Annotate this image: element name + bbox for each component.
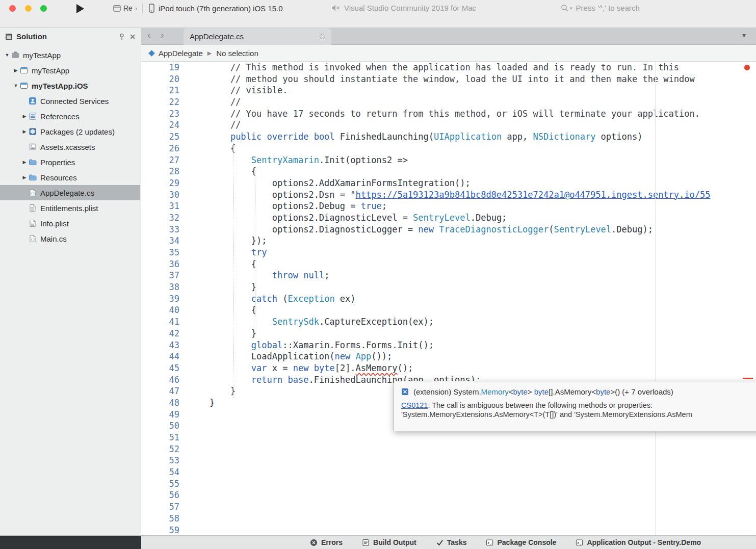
line-number[interactable]: 46 [141, 374, 179, 386]
navigate-back-button[interactable]: ‹ [147, 29, 151, 41]
pad-button-application-output-sentry-demo[interactable]: Application Output - Sentry.Demo [576, 538, 701, 546]
code-line-text[interactable]: } [179, 397, 215, 409]
code-line-text[interactable]: SentrySdk.CaptureException(ex); [179, 316, 434, 328]
pad-button-tasks[interactable]: Tasks [436, 538, 467, 546]
line-number[interactable]: 36 [141, 258, 179, 270]
code-line-text[interactable]: }); [179, 235, 267, 247]
code-line-text[interactable] [179, 420, 189, 432]
code-line-text[interactable] [179, 455, 189, 466]
line-number[interactable]: 58 [141, 513, 179, 525]
minimize-window-button[interactable] [25, 5, 32, 12]
line-number[interactable]: 33 [141, 224, 179, 236]
line-number[interactable]: 29 [141, 177, 179, 189]
sidebar-item-properties[interactable]: ▶Properties [0, 154, 140, 170]
line-number[interactable]: 39 [141, 293, 179, 305]
code-line-text[interactable]: // visible. [179, 85, 288, 96]
sidebar-item-references[interactable]: ▶References [0, 109, 140, 124]
code-line-text[interactable]: catch (Exception ex) [179, 293, 356, 305]
code-line-text[interactable] [179, 478, 189, 490]
sidebar-item-packages-2-updates-[interactable]: ▶Packages (2 updates) [0, 124, 140, 139]
line-number[interactable]: 44 [141, 351, 179, 362]
sidebar-item-mytestapp[interactable]: ▶myTestApp [0, 63, 140, 78]
line-number[interactable]: 45 [141, 362, 179, 374]
line-number[interactable]: 35 [141, 247, 179, 258]
line-number[interactable]: 59 [141, 525, 179, 536]
line-number[interactable]: 32 [141, 212, 179, 224]
code-line-text[interactable]: try [179, 247, 267, 258]
code-line-text[interactable]: { [179, 304, 256, 316]
sidebar-item-entitlements-plist[interactable]: Entitlements.plist [0, 200, 140, 216]
line-number[interactable]: 19 [141, 62, 179, 73]
close-window-button[interactable] [9, 5, 16, 12]
line-number[interactable]: 25 [141, 131, 179, 143]
code-line-text[interactable] [179, 432, 189, 443]
disclosure-right-icon[interactable]: ▶ [20, 114, 29, 119]
line-number[interactable]: 51 [141, 432, 179, 443]
line-number[interactable]: 57 [141, 501, 179, 513]
pad-button-errors[interactable]: Errors [310, 538, 343, 546]
sidebar-item-info-plist[interactable]: Info.plist [0, 216, 140, 231]
line-number[interactable]: 28 [141, 166, 179, 177]
code-line-text[interactable]: // You have 17 seconds to return from th… [179, 108, 700, 120]
line-number[interactable]: 20 [141, 73, 179, 85]
disclosure-down-icon[interactable]: ▼ [12, 83, 20, 88]
line-number[interactable]: 27 [141, 154, 179, 166]
line-number[interactable]: 49 [141, 409, 179, 421]
sidebar-item-resources[interactable]: ▶Resources [0, 170, 140, 185]
tab-close-circle-icon[interactable] [320, 34, 325, 39]
code-line-text[interactable] [179, 443, 189, 455]
sidebar-item-main-cs[interactable]: {}Main.cs [0, 231, 140, 246]
line-number[interactable]: 50 [141, 420, 179, 432]
line-number[interactable]: 41 [141, 316, 179, 328]
code-line-text[interactable]: SentryXamarin.Init(options2 => [179, 154, 408, 166]
line-number[interactable]: 21 [141, 85, 179, 96]
sidebar-item-mytestapp-ios[interactable]: ▼myTestApp.iOS [0, 78, 140, 93]
error-code-link[interactable]: CS0121 [401, 401, 428, 409]
pad-button-package-console[interactable]: Package Console [486, 538, 556, 546]
disclosure-right-icon[interactable]: ▶ [20, 175, 29, 180]
line-number[interactable]: 54 [141, 466, 179, 478]
code-line-text[interactable] [179, 409, 189, 421]
sidebar-item-connected-services[interactable]: Connected Services [0, 93, 140, 109]
code-line-text[interactable] [179, 489, 189, 501]
code-line-text[interactable]: // This method is invoked when the appli… [179, 62, 679, 73]
build-config-selector[interactable]: Re › [113, 4, 137, 12]
navigate-forward-button[interactable]: › [161, 29, 164, 41]
code-editor[interactable]: 19 // This method is invoked when the ap… [141, 62, 756, 535]
line-number[interactable]: 34 [141, 235, 179, 247]
sidebar-item-assets-xcassets[interactable]: Assets.xcassets [0, 139, 140, 154]
line-number[interactable]: 43 [141, 339, 179, 351]
code-line-text[interactable]: { [179, 166, 256, 177]
code-line-text[interactable]: // method you should instantiate the win… [179, 73, 695, 85]
code-line-text[interactable]: } [179, 385, 236, 397]
search-input[interactable] [575, 3, 679, 13]
code-line-text[interactable]: { [179, 143, 236, 154]
line-number[interactable]: 53 [141, 455, 179, 466]
line-number[interactable]: 56 [141, 489, 179, 501]
tab-appdelegate[interactable]: AppDelegate.cs [184, 28, 331, 45]
pin-icon[interactable] [119, 33, 125, 40]
code-line-text[interactable]: options2.DiagnosticLogger = new TraceDia… [179, 224, 653, 236]
code-line-text[interactable]: { [179, 258, 256, 270]
code-line-text[interactable]: LoadApplication(new App()); [179, 351, 392, 362]
search-field[interactable]: ▾ [561, 3, 679, 13]
line-number[interactable]: 40 [141, 304, 179, 316]
disclosure-right-icon[interactable]: ▶ [20, 160, 29, 165]
disclosure-right-icon[interactable]: ▶ [20, 129, 29, 134]
breadcrumb-class[interactable]: AppDelegate [159, 49, 203, 58]
line-number[interactable]: 22 [141, 96, 179, 108]
sentry-dsn-link[interactable]: https://5a193123a9b841bc8d8e42531e7242a1… [356, 190, 711, 200]
code-line-text[interactable] [179, 525, 189, 536]
code-line-text[interactable] [179, 466, 189, 478]
code-line-text[interactable]: } [179, 328, 256, 339]
sidebar-item-appdelegate-cs[interactable]: {}AppDelegate.cs [0, 185, 140, 200]
code-line-text[interactable]: public override bool FinishedLaunching(U… [179, 131, 643, 143]
code-line-text[interactable]: var x = new byte[2].AsMemory(); [179, 362, 413, 374]
line-number[interactable]: 26 [141, 143, 179, 154]
line-number[interactable]: 37 [141, 270, 179, 281]
line-number[interactable]: 38 [141, 281, 179, 293]
line-number[interactable]: 55 [141, 478, 179, 490]
line-number[interactable]: 48 [141, 397, 179, 409]
line-number[interactable]: 30 [141, 189, 179, 201]
device-selector[interactable]: iPod touch (7th generation) iOS 15.0 [149, 4, 283, 13]
